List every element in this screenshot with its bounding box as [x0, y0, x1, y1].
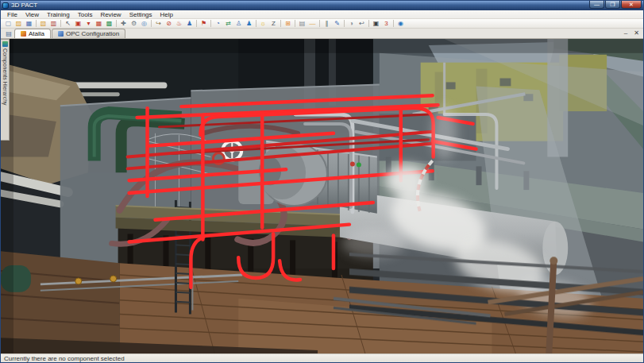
effects-icon[interactable]: ◑	[346, 19, 357, 28]
toolbar-separator	[210, 20, 211, 27]
main-toolbar: ▢ ▨ ▦ ▧ ▥ ↖ ▣ ▾ ▦ ▩ ✚ ⚙ ◎ ↪ ⊘ ♨ ♟ ⚑ ◔ ⇄ …	[1, 19, 643, 29]
add-component-menu-icon[interactable]: ▾	[83, 19, 94, 28]
tab-opc-configuration[interactable]: OPC Configuration	[52, 29, 125, 38]
menu-settings[interactable]: Settings	[125, 10, 156, 19]
brass-valve[interactable]	[75, 278, 82, 284]
app-icon	[2, 2, 9, 9]
annotate-icon[interactable]: ✎	[332, 19, 342, 28]
menu-help[interactable]: Help	[156, 10, 177, 19]
panel-layout-icon[interactable]: ▤	[3, 29, 14, 38]
zoom-extents-icon[interactable]: ⊞	[283, 19, 293, 28]
menu-training[interactable]: Training	[43, 10, 74, 19]
toolbar-separator	[344, 20, 345, 27]
toolbar-separator	[36, 20, 37, 27]
status-bar: Currently there are no component selecte…	[1, 353, 643, 362]
brass-valve[interactable]	[110, 276, 117, 282]
toolbar-separator	[256, 20, 256, 27]
transform-icon[interactable]: ✚	[118, 19, 129, 28]
viewport-3d-scene[interactable]	[1, 39, 643, 353]
screenshot-icon[interactable]: ▣	[371, 19, 381, 28]
lighting-icon[interactable]: ☼	[258, 19, 268, 28]
tab-atalla-label: Atalla	[29, 30, 44, 37]
toolbar-separator	[196, 20, 197, 27]
measure-icon[interactable]: —	[307, 19, 318, 28]
title-bar[interactable]: 3D PACT — ❐ ✕	[1, 1, 643, 10]
close-button[interactable]: ✕	[621, 1, 642, 9]
temperature-icon[interactable]: ♨	[174, 19, 184, 28]
toolbar-separator	[319, 20, 320, 27]
app-window: 3D PACT — ❐ ✕ File View Training Tools R…	[0, 0, 644, 363]
settings-gear-icon[interactable]: ⚙	[129, 19, 139, 28]
disable-icon[interactable]: ⊘	[164, 19, 174, 28]
avatar-icon[interactable]: ♟	[184, 19, 195, 28]
attach-icon[interactable]: ↪	[153, 19, 164, 28]
status-text: Currently there are no component selecte…	[4, 355, 125, 362]
document-minimize-button[interactable]: –	[623, 29, 629, 38]
side-panel-tab[interactable]: Components Hierarchy	[1, 39, 10, 141]
multi-user-icon[interactable]: ♟	[244, 19, 254, 28]
menu-view[interactable]: View	[21, 10, 43, 19]
toolbar-separator	[60, 20, 61, 27]
viewport-3d[interactable]: Components Hierarchy	[1, 39, 643, 353]
view-menu-icon[interactable]: ↩	[357, 19, 367, 28]
toolbar-separator	[151, 20, 152, 27]
menu-bar: File View Training Tools Review Settings…	[1, 10, 643, 19]
camera-orbit-icon[interactable]: ◔	[213, 19, 223, 28]
walk-mode-icon[interactable]: ♙	[233, 19, 244, 28]
save-icon[interactable]: ▦	[24, 19, 34, 28]
new-file-icon[interactable]: ▢	[3, 19, 13, 28]
capture-icon[interactable]: ◉	[395, 19, 406, 28]
zoom-mode-icon[interactable]: Z	[268, 19, 279, 28]
document-tab-strip: ▤ Atalla OPC Configuration – ✕	[1, 29, 643, 39]
maximize-button[interactable]: ❐	[605, 1, 620, 9]
materials-icon[interactable]: ▩	[104, 19, 114, 28]
window-title: 3D PACT	[11, 1, 587, 10]
section-icon[interactable]: ∥	[322, 19, 332, 28]
network-globe-icon[interactable]: ◎	[139, 19, 149, 28]
components-panel-icon	[2, 41, 8, 47]
toolbar-separator	[116, 20, 117, 27]
print-icon[interactable]: ▤	[297, 19, 307, 28]
menu-review[interactable]: Review	[96, 10, 125, 19]
save-scenario-icon[interactable]: ▥	[48, 19, 59, 28]
toolbar-separator	[368, 20, 369, 27]
toolbar-separator	[280, 20, 281, 27]
scene-tab-icon	[21, 31, 26, 37]
component-library-icon[interactable]: ▦	[94, 19, 104, 28]
stereo-3d-icon[interactable]: 3	[381, 19, 391, 28]
opc-tab-icon	[58, 31, 64, 37]
toolbar-separator	[295, 20, 295, 27]
scenario-flag-icon[interactable]: ⚑	[199, 19, 209, 28]
camera-pan-icon[interactable]: ⇄	[223, 19, 233, 28]
menu-tools[interactable]: Tools	[74, 10, 97, 19]
menu-file[interactable]: File	[3, 10, 21, 19]
add-component-icon[interactable]: ▣	[73, 19, 83, 28]
side-panel-label: Components Hierarchy	[2, 48, 9, 106]
document-close-button[interactable]: ✕	[632, 29, 641, 38]
open-project-icon[interactable]: ▨	[13, 19, 24, 28]
minimize-button[interactable]: —	[589, 1, 604, 9]
tab-opc-label: OPC Configuration	[66, 30, 119, 37]
import-scene-icon[interactable]: ▧	[38, 19, 48, 28]
tab-atalla[interactable]: Atalla	[14, 29, 51, 38]
toolbar-separator	[393, 20, 394, 27]
select-tool-icon[interactable]: ↖	[63, 19, 73, 28]
